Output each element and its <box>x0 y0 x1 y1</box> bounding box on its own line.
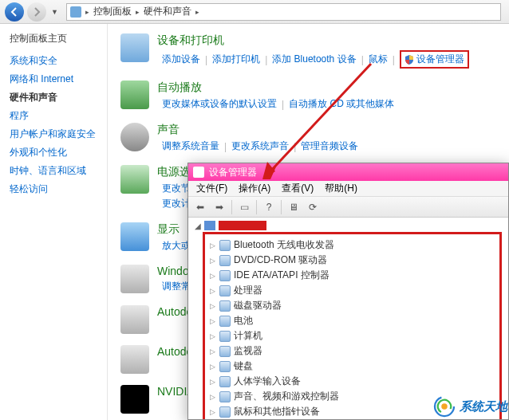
tree-item-label: 鼠标和其他指针设备 <box>234 405 320 418</box>
sidebar-item-hardware[interactable]: 硬件和声音 <box>10 88 97 107</box>
sidebar-title: 控制面板主页 <box>10 32 97 45</box>
tree-item-label: 监视器 <box>234 344 262 358</box>
tree-item-label: IDE ATA/ATAPI 控制器 <box>234 269 329 282</box>
breadcrumb-l2[interactable]: 硬件和声音 <box>144 5 191 18</box>
watermark-icon <box>432 394 456 418</box>
tree-item-label: DVD/CD-ROM 驱动器 <box>234 253 327 267</box>
category-0: 设备和打印机添加设备|添加打印机|添加 Bluetooth 设备|鼠标|设备管理… <box>120 33 496 69</box>
history-dropdown[interactable]: ▼ <box>49 8 60 16</box>
watermark: 系统天地 <box>432 394 507 418</box>
device-manager-body: ◢ ▷Bluetooth 无线电收发器▷DVD/CD-ROM 驱动器▷IDE A… <box>188 218 508 419</box>
device-icon <box>219 270 231 281</box>
expand-icon[interactable]: ▷ <box>208 287 216 295</box>
expand-icon[interactable]: ▷ <box>208 272 216 280</box>
expand-icon[interactable]: ▷ <box>208 347 216 355</box>
sidebar: 控制面板主页 系统和安全 网络和 Internet 硬件和声音 程序 用户帐户和… <box>0 24 108 420</box>
menu-view[interactable]: 查看(V) <box>277 182 318 195</box>
link-2-0[interactable]: 调整系统音量 <box>157 139 224 154</box>
generic-icon <box>120 265 149 293</box>
breadcrumb-l1[interactable]: 控制面板 <box>93 5 132 18</box>
forward-button[interactable] <box>27 2 46 22</box>
expand-icon[interactable]: ▷ <box>208 241 216 249</box>
device-icon <box>219 240 231 251</box>
expand-icon[interactable]: ▷ <box>208 378 216 386</box>
menu-help[interactable]: 帮助(H) <box>320 182 362 195</box>
sidebar-item-programs[interactable]: 程序 <box>10 107 97 125</box>
expand-icon[interactable]: ▷ <box>208 408 216 416</box>
link-0-0[interactable]: 添加设备 <box>157 52 205 67</box>
menu-action[interactable]: 操作(A) <box>234 182 275 195</box>
expand-icon[interactable]: ▷ <box>208 317 216 325</box>
link-2-2[interactable]: 管理音频设备 <box>296 139 363 154</box>
sidebar-item-network[interactable]: 网络和 Internet <box>10 70 97 88</box>
sidebar-item-ease[interactable]: 轻松访问 <box>10 180 97 198</box>
tree-item[interactable]: ▷IDE ATA/ATAPI 控制器 <box>208 268 495 283</box>
toolbar-scan-icon[interactable]: 🖥 <box>285 199 302 215</box>
tree-item-label: 处理器 <box>234 284 262 297</box>
toolbar-refresh-icon[interactable]: ⟳ <box>304 199 322 215</box>
device-icon <box>219 300 231 312</box>
device-manager-title: 设备管理器 <box>209 166 257 179</box>
category-links: 更改媒体或设备的默认设置|自动播放 CD 或其他媒体 <box>157 96 496 112</box>
device-icon <box>219 406 231 418</box>
expand-icon[interactable]: ▷ <box>208 257 216 265</box>
annotation-highlight-box: ▷Bluetooth 无线电收发器▷DVD/CD-ROM 驱动器▷IDE ATA… <box>203 232 502 419</box>
device-manager-titlebar[interactable]: 设备管理器 <box>188 163 508 181</box>
tree-item-label: 磁盘驱动器 <box>234 299 282 312</box>
toolbar-help-icon[interactable]: ? <box>260 199 278 215</box>
sidebar-item-clock[interactable]: 时钟、语言和区域 <box>10 162 97 180</box>
expand-icon[interactable]: ▷ <box>208 363 216 371</box>
device-manager-menubar: 文件(F) 操作(A) 查看(V) 帮助(H) <box>188 181 508 197</box>
expand-icon[interactable]: ▷ <box>208 332 216 340</box>
tree-item[interactable]: ▷电池 <box>208 313 495 328</box>
tree-item-label: 声音、视频和游戏控制器 <box>234 390 339 403</box>
tree-item[interactable]: ▷计算机 <box>208 328 495 343</box>
expand-icon[interactable]: ▷ <box>208 302 216 310</box>
tree-item[interactable]: ▷人体学输入设备 <box>208 374 495 389</box>
link-0-3[interactable]: 鼠标 <box>364 52 393 67</box>
tree-item-label: 计算机 <box>234 329 262 343</box>
breadcrumb[interactable]: ▸ 控制面板 ▸ 硬件和声音 ▸ <box>66 3 501 21</box>
devices-icon <box>120 33 149 62</box>
expand-icon[interactable]: ▷ <box>208 393 216 401</box>
control-panel-icon <box>70 6 81 18</box>
category-1: 自动播放更改媒体或设备的默认设置|自动播放 CD 或其他媒体 <box>120 80 496 112</box>
device-manager-link[interactable]: 设备管理器 <box>395 49 474 69</box>
category-title[interactable]: 设备和打印机 <box>157 33 496 48</box>
tree-item[interactable]: ▷DVD/CD-ROM 驱动器 <box>208 253 495 268</box>
device-icon <box>219 285 231 296</box>
device-icon <box>219 331 231 342</box>
tree-item[interactable]: ▷处理器 <box>208 283 495 298</box>
link-2-1[interactable]: 更改系统声音 <box>227 139 294 154</box>
link-0-2[interactable]: 添加 Bluetooth 设备 <box>267 52 361 67</box>
sidebar-item-system[interactable]: 系统和安全 <box>10 52 97 70</box>
tree-item-label: 电池 <box>234 314 253 328</box>
device-icon <box>219 316 231 327</box>
sidebar-item-accounts[interactable]: 用户帐户和家庭安全 <box>10 125 97 143</box>
link-0-1[interactable]: 添加打印机 <box>207 52 265 67</box>
category-2: 声音调整系统音量|更改系统声音|管理音频设备 <box>120 123 496 154</box>
sidebar-item-appearance[interactable]: 外观和个性化 <box>10 143 97 162</box>
category-title[interactable]: 声音 <box>157 123 496 137</box>
toolbar-pane-icon[interactable]: ▭ <box>235 199 253 215</box>
device-manager-window: 设备管理器 文件(F) 操作(A) 查看(V) 帮助(H) ⬅ ➡ ▭ ? 🖥 … <box>187 163 509 420</box>
device-manager-icon <box>193 167 204 178</box>
generic-icon <box>120 305 149 334</box>
tree-item-label: 人体学输入设备 <box>234 375 301 388</box>
tree-item[interactable]: ▷键盘 <box>208 359 495 374</box>
category-title[interactable]: 自动播放 <box>157 80 496 95</box>
back-button[interactable] <box>5 2 24 22</box>
link-1-1[interactable]: 自动播放 CD 或其他媒体 <box>284 96 399 112</box>
link-1-0[interactable]: 更改媒体或设备的默认设置 <box>157 96 282 112</box>
svg-point-5 <box>441 403 448 410</box>
tree-item[interactable]: ▷监视器 <box>208 343 495 359</box>
tree-item[interactable]: ▷Bluetooth 无线电收发器 <box>208 237 495 253</box>
nvidia-icon <box>120 385 149 414</box>
sound-icon <box>120 123 149 151</box>
menu-file[interactable]: 文件(F) <box>191 182 232 195</box>
toolbar-back-icon[interactable]: ⬅ <box>191 199 209 215</box>
device-icon <box>219 391 231 402</box>
toolbar-forward-icon[interactable]: ➡ <box>211 199 228 215</box>
tree-root[interactable]: ◢ <box>195 221 502 230</box>
tree-item[interactable]: ▷磁盘驱动器 <box>208 298 495 313</box>
